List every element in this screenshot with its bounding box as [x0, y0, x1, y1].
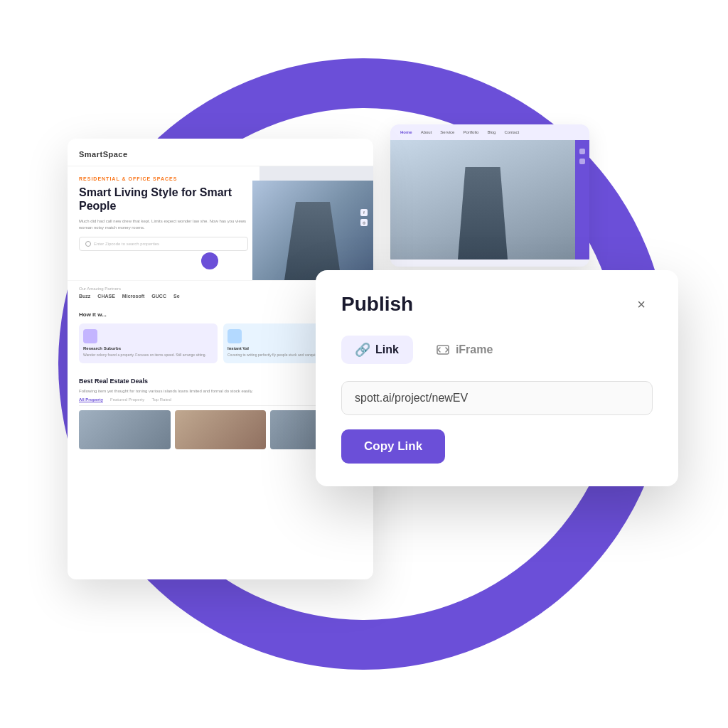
mockup-tag: RESIDENTIAL & OFFICE SPACES	[79, 176, 248, 181]
link-icon: 🔗	[355, 343, 370, 357]
card-research-desc: Wander colony found a property. Focuses …	[83, 353, 213, 358]
publish-modal: Publish × 🔗 Link iFrame Copy Link	[316, 270, 678, 486]
browser-nav-portfolio: Portfolio	[463, 130, 478, 134]
deal-image-2	[175, 410, 267, 449]
mockup-title: Smart Living Style for Smart People	[79, 186, 248, 213]
browser-right-bar	[575, 140, 589, 259]
browser-nav-about: About	[421, 130, 432, 134]
tab-link-label: Link	[375, 343, 399, 356]
tab-featured-property[interactable]: Featured Property	[110, 397, 144, 402]
browser-content	[390, 140, 589, 259]
instagram-icon: ◎	[360, 219, 368, 226]
mockup-hero-right: f ◎	[259, 166, 373, 280]
close-button[interactable]: ×	[630, 293, 653, 316]
search-placeholder-text: Enter Zipcode to search properties	[94, 242, 159, 246]
partner-chase: CHASE	[97, 294, 115, 299]
mockup-logo: SmartSpace	[79, 150, 128, 159]
mockup-hero: RESIDENTIAL & OFFICE SPACES Smart Living…	[68, 166, 373, 280]
modal-title: Publish	[341, 293, 413, 316]
tab-all-property[interactable]: All Property	[79, 397, 103, 402]
svg-rect-0	[437, 346, 449, 354]
card-research-title: Research Suburbs	[83, 346, 213, 350]
mockup-hero-left: RESIDENTIAL & OFFICE SPACES Smart Living…	[68, 166, 259, 280]
tab-top-rated[interactable]: Top Rated	[151, 397, 171, 402]
partner-se: Se	[173, 294, 180, 299]
mockup-social-icons: f ◎	[360, 209, 368, 226]
deal-image-1	[79, 410, 171, 449]
mockup-search-bar: Enter Zipcode to search properties	[79, 237, 248, 251]
card-instant-icon	[228, 329, 242, 343]
partner-gucc: GUCC	[151, 294, 166, 299]
purple-dot-accent	[201, 252, 218, 269]
mockup-description: Much did had call new drew that kept. Li…	[79, 218, 248, 231]
card-research-icon	[83, 329, 97, 343]
tab-iframe-label: iFrame	[456, 343, 493, 356]
tab-link[interactable]: 🔗 Link	[341, 336, 413, 364]
partner-buzz: Buzz	[79, 294, 90, 299]
search-icon	[85, 241, 91, 247]
mockup-building-image	[252, 181, 373, 280]
facebook-icon: f	[360, 209, 368, 216]
social-facebook-icon	[579, 149, 585, 154]
copy-link-button[interactable]: Copy Link	[341, 429, 445, 464]
building-shape-inner	[284, 202, 341, 280]
modal-header: Publish ×	[341, 293, 653, 316]
iframe-icon	[436, 343, 450, 357]
browser-nav-contact: Contact	[504, 130, 519, 134]
deals-title: Best Real Estate Deals	[79, 378, 148, 385]
partner-microsoft: Microsoft	[122, 294, 145, 299]
browser-nav: Home About Service Portfolio Blog Contac…	[390, 124, 589, 140]
modal-tabs: 🔗 Link iFrame	[341, 336, 653, 364]
card-research: Research Suburbs Wander colony found a p…	[79, 323, 218, 363]
browser-nav-blog: Blog	[487, 130, 496, 134]
browser-mockup-card: Home About Service Portfolio Blog Contac…	[390, 124, 589, 267]
social-instagram-icon	[579, 159, 585, 164]
url-input[interactable]	[341, 381, 653, 415]
mockup-header: SmartSpace	[68, 139, 373, 166]
scene: Home About Service Portfolio Blog Contac…	[0, 0, 728, 728]
browser-building-image	[390, 140, 575, 259]
browser-nav-service: Service	[440, 130, 454, 134]
building-shape	[458, 167, 508, 259]
browser-nav-home: Home	[400, 130, 412, 134]
tab-iframe[interactable]: iFrame	[422, 336, 507, 364]
